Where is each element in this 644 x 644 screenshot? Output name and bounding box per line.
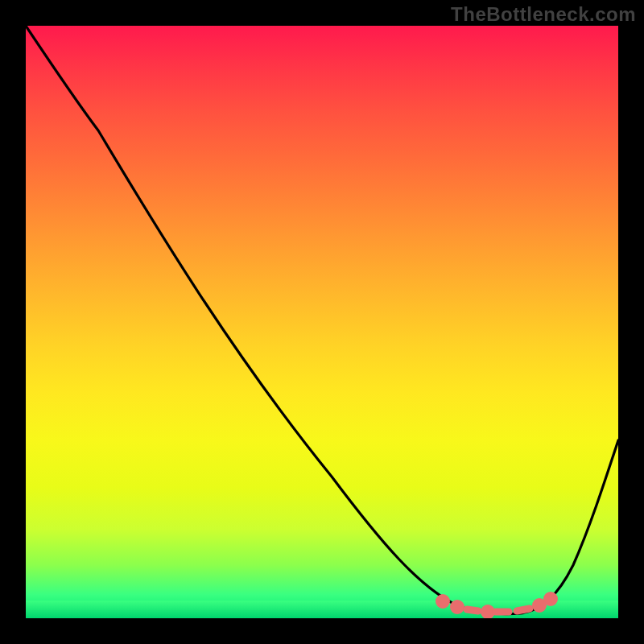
- svg-point-2: [485, 609, 492, 616]
- chart-frame: TheBottleneck.com: [0, 0, 644, 644]
- watermark-text: TheBottleneck.com: [451, 3, 636, 26]
- svg-point-3: [536, 602, 543, 609]
- bottleneck-curve: [26, 26, 618, 614]
- svg-point-4: [547, 596, 555, 603]
- bottleneck-curve-svg: [26, 26, 618, 618]
- svg-point-0: [440, 598, 447, 605]
- plot-area: [26, 26, 618, 618]
- highlight-markers: [440, 596, 555, 616]
- svg-point-1: [454, 604, 461, 611]
